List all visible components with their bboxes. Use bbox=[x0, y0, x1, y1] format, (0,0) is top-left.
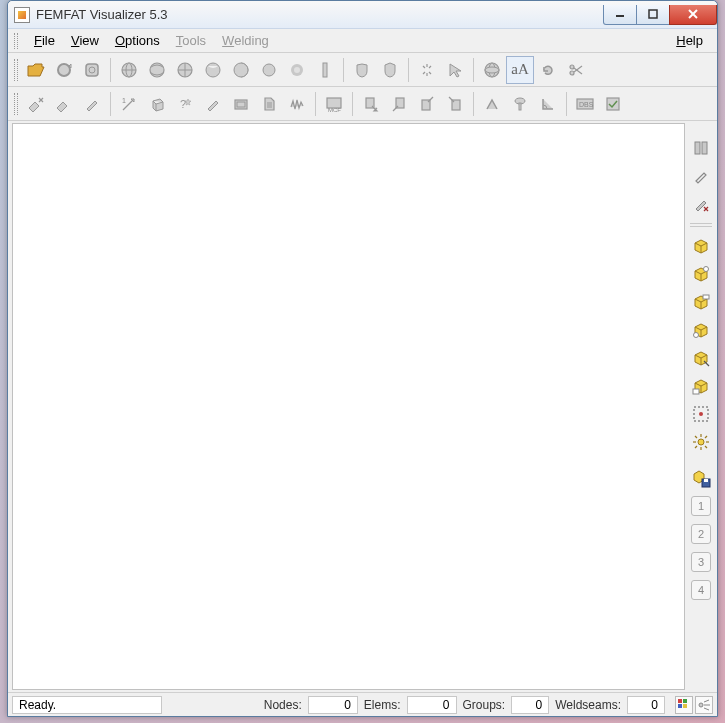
groups-label: Groups: bbox=[463, 698, 506, 712]
globe-dark-1-icon[interactable] bbox=[199, 56, 227, 84]
open-file-icon[interactable] bbox=[22, 56, 50, 84]
menubar-grip[interactable] bbox=[14, 33, 18, 49]
svg-point-4 bbox=[58, 64, 70, 76]
globe-2-icon[interactable] bbox=[143, 56, 171, 84]
menu-view[interactable]: View bbox=[63, 30, 107, 51]
target-icon[interactable] bbox=[78, 56, 106, 84]
svg-point-18 bbox=[294, 67, 300, 73]
svg-rect-69 bbox=[678, 699, 682, 703]
maximize-button[interactable] bbox=[636, 5, 670, 25]
page-arrow-1-icon[interactable] bbox=[357, 90, 385, 118]
toolbar-1: aA bbox=[8, 53, 717, 87]
waveform-icon[interactable] bbox=[283, 90, 311, 118]
menu-welding: Welding bbox=[214, 30, 277, 51]
cube-wire-icon[interactable] bbox=[143, 90, 171, 118]
svg-point-15 bbox=[234, 63, 248, 77]
toolbar1-grip[interactable] bbox=[14, 59, 18, 81]
app-window: FEMFAT Visualizer 5.3 File View Options … bbox=[7, 0, 718, 717]
minimize-button[interactable] bbox=[603, 5, 637, 25]
pencil-icon[interactable] bbox=[199, 90, 227, 118]
svg-line-63 bbox=[695, 436, 697, 438]
panel-1-icon[interactable] bbox=[688, 135, 714, 161]
check-list-icon[interactable] bbox=[599, 90, 627, 118]
viewport[interactable] bbox=[12, 123, 685, 690]
view-slot-3[interactable]: 3 bbox=[691, 552, 711, 572]
lamp-icon[interactable] bbox=[506, 90, 534, 118]
cube-view-3-icon[interactable] bbox=[688, 289, 714, 315]
svg-line-66 bbox=[695, 446, 697, 448]
svg-rect-72 bbox=[683, 704, 687, 708]
burst-icon[interactable] bbox=[688, 429, 714, 455]
titlebar: FEMFAT Visualizer 5.3 bbox=[8, 1, 717, 29]
page-arrow-2-icon[interactable] bbox=[385, 90, 413, 118]
shield-2-icon[interactable] bbox=[376, 56, 404, 84]
svg-text:1: 1 bbox=[122, 97, 126, 104]
view-slot-4[interactable]: 4 bbox=[691, 580, 711, 600]
question-star-icon[interactable]: ? bbox=[171, 90, 199, 118]
globe-3-icon[interactable] bbox=[171, 56, 199, 84]
cube-view-5-icon[interactable] bbox=[688, 345, 714, 371]
svg-rect-19 bbox=[323, 63, 327, 77]
page-arrow-3-icon[interactable] bbox=[413, 90, 441, 118]
svg-point-58 bbox=[698, 439, 704, 445]
text-aA-button[interactable]: aA bbox=[506, 56, 534, 84]
reload-icon[interactable] bbox=[50, 56, 78, 84]
shield-1-icon[interactable] bbox=[348, 56, 376, 84]
app-icon bbox=[14, 7, 30, 23]
paint-icon[interactable] bbox=[78, 90, 106, 118]
nodes-value: 0 bbox=[308, 696, 358, 714]
eraser-icon[interactable] bbox=[50, 90, 78, 118]
svg-point-6 bbox=[89, 67, 95, 73]
page-arrow-4-icon[interactable] bbox=[441, 90, 469, 118]
statusbar: Ready. Nodes: 0 Elems: 0 Groups: 0 Welds… bbox=[8, 692, 717, 716]
svg-point-54 bbox=[694, 333, 699, 338]
svg-rect-55 bbox=[693, 389, 699, 394]
status-ready: Ready. bbox=[12, 696, 162, 714]
svg-text:MCF: MCF bbox=[328, 107, 341, 113]
view-slot-2[interactable]: 2 bbox=[691, 524, 711, 544]
toolbar2-grip[interactable] bbox=[14, 93, 18, 115]
rotate-ccw-icon[interactable] bbox=[534, 56, 562, 84]
view-slot-1[interactable]: 1 bbox=[691, 496, 711, 516]
menu-file[interactable]: File bbox=[26, 30, 63, 51]
mcf-icon[interactable]: MCF bbox=[320, 90, 348, 118]
svg-rect-49 bbox=[702, 142, 707, 154]
color-legend-icon[interactable] bbox=[675, 696, 693, 714]
close-button[interactable] bbox=[669, 5, 717, 25]
cube-view-4-icon[interactable] bbox=[688, 317, 714, 343]
axis-arrow-icon[interactable]: 1 bbox=[115, 90, 143, 118]
menu-help[interactable]: Help bbox=[668, 30, 711, 51]
angle-corner-icon[interactable] bbox=[534, 90, 562, 118]
svg-point-57 bbox=[699, 412, 703, 416]
frame-icon[interactable] bbox=[227, 90, 255, 118]
blurry-circle-icon[interactable] bbox=[283, 56, 311, 84]
cube-view-2-icon[interactable] bbox=[688, 261, 714, 287]
svg-rect-33 bbox=[237, 102, 245, 107]
cube-view-6-icon[interactable] bbox=[688, 373, 714, 399]
sparkle-icon[interactable] bbox=[413, 56, 441, 84]
brush-x-icon[interactable] bbox=[688, 191, 714, 217]
document-icon[interactable] bbox=[255, 90, 283, 118]
menubar: File View Options Tools Welding Help bbox=[8, 29, 717, 53]
eraser-x-icon[interactable] bbox=[22, 90, 50, 118]
svg-point-22 bbox=[485, 67, 499, 73]
angle-up-icon[interactable] bbox=[478, 90, 506, 118]
svg-rect-70 bbox=[683, 699, 687, 703]
globe-1-icon[interactable] bbox=[115, 56, 143, 84]
cube-view-1-icon[interactable] bbox=[688, 233, 714, 259]
dbs-icon[interactable]: DBS bbox=[571, 90, 599, 118]
globe-grid-icon[interactable] bbox=[478, 56, 506, 84]
brush-outline-icon[interactable] bbox=[688, 163, 714, 189]
scissors-icon[interactable] bbox=[562, 56, 590, 84]
svg-point-73 bbox=[699, 703, 703, 707]
svg-rect-68 bbox=[704, 479, 708, 482]
menu-options[interactable]: Options bbox=[107, 30, 168, 51]
toolbar-2: 1 ? MCF DBS bbox=[8, 87, 717, 121]
cube-save-icon[interactable] bbox=[688, 465, 714, 491]
full-circle-icon[interactable] bbox=[255, 56, 283, 84]
cursor-icon[interactable] bbox=[441, 56, 469, 84]
select-box-icon[interactable] bbox=[688, 401, 714, 427]
bar-icon[interactable] bbox=[311, 56, 339, 84]
half-circle-icon[interactable] bbox=[227, 56, 255, 84]
light-icon[interactable] bbox=[695, 696, 713, 714]
